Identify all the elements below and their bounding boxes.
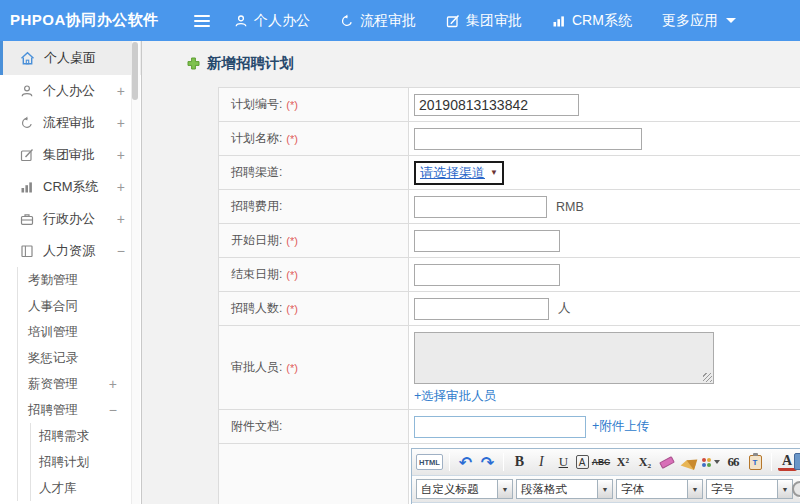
paragraph-format-combo[interactable]: 段落格式 ▼ (516, 479, 613, 499)
bold-button[interactable]: B (510, 452, 529, 472)
top-menu-more-apps[interactable]: 更多应用 (662, 12, 736, 30)
clipped-toolbar-icon[interactable] (792, 481, 800, 497)
sidebar-item-label: 流程审批 (43, 114, 95, 132)
paste-clipboard-icon[interactable]: T (746, 452, 765, 472)
eraser-icon[interactable] (658, 452, 677, 472)
sidebar-item-group-approval[interactable]: 集团审批 + (0, 139, 141, 171)
hamburger-menu-icon[interactable] (194, 12, 210, 30)
sidebar-item-salary[interactable]: 薪资管理 + (18, 371, 141, 397)
sidebar-item-workflow-approval[interactable]: 流程审批 + (0, 107, 141, 139)
font-size-combo[interactable]: 字号 ▼ (706, 479, 793, 499)
sidebar-item-label: 人才库 (39, 480, 77, 497)
required-mark: (*) (286, 303, 298, 315)
form-row-plan-number: 计划编号:(*) (219, 88, 800, 122)
sidebar-item-hr-contract[interactable]: 人事合同 (18, 293, 141, 319)
top-menu-workflow-approval[interactable]: 流程审批 (340, 12, 416, 30)
expand-plus-icon[interactable]: + (117, 179, 125, 195)
sidebar-item-admin-office[interactable]: 行政办公 + (0, 203, 141, 235)
end-date-input[interactable] (414, 264, 560, 286)
channel-select-value: 请选择渠道 (420, 164, 485, 182)
scrollbar-thumb[interactable] (132, 42, 138, 100)
caret-down-icon[interactable]: ▼ (688, 479, 703, 499)
sidebar-item-attendance[interactable]: 考勤管理 (18, 267, 141, 293)
sidebar-item-recruit-demand[interactable]: 招聘需求 (31, 423, 141, 449)
combo-value: 字体 (616, 479, 688, 499)
field-label: 招聘人数: (231, 300, 282, 317)
add-plus-icon (187, 57, 200, 70)
strikethrough-button[interactable]: ABC (592, 452, 611, 472)
sidebar-item-personal-office[interactable]: 个人办公 + (0, 75, 141, 107)
unit-suffix: 人 (558, 300, 571, 317)
channel-select[interactable]: 请选择渠道 ▼ (414, 161, 504, 185)
sidebar-item-recruit-plan[interactable]: 招聘计划 (31, 449, 141, 475)
caret-down-icon[interactable]: ▼ (498, 479, 513, 499)
field-label: 结束日期: (231, 266, 282, 283)
sidebar-scrollbar[interactable] (131, 41, 140, 504)
html-source-button[interactable]: HTML (416, 454, 443, 470)
expand-plus-icon[interactable]: + (109, 376, 117, 392)
caret-down-icon (726, 18, 736, 23)
font-family-combo[interactable]: 字体 ▼ (616, 479, 703, 499)
italic-button[interactable]: I (532, 452, 551, 472)
form-row-editor: HTML ↶ ↷ B I U A ABC X² X₂ (219, 444, 800, 504)
redo-icon[interactable]: ↷ (478, 452, 497, 472)
caret-down-icon[interactable]: ▼ (598, 479, 613, 499)
attachment-upload-link[interactable]: +附件上传 (592, 419, 649, 433)
cost-input[interactable] (414, 196, 547, 218)
color-palette-icon[interactable] (702, 452, 721, 472)
top-menu-group-approval[interactable]: 集团审批 (446, 12, 522, 30)
book-icon (20, 244, 34, 258)
toolbar-separator (449, 453, 450, 471)
sidebar-item-label: CRM系统 (43, 178, 99, 196)
sidebar-item-training[interactable]: 培训管理 (18, 319, 141, 345)
expand-plus-icon[interactable]: + (117, 83, 125, 99)
underline-button[interactable]: U (554, 452, 573, 472)
sidebar-item-label: 考勤管理 (28, 272, 78, 289)
resize-handle[interactable] (703, 373, 712, 382)
home-icon (20, 51, 35, 66)
custom-title-combo[interactable]: 自定义标题 ▼ (416, 479, 513, 499)
sidebar-item-recruit-mgmt[interactable]: 招聘管理 − (18, 397, 141, 423)
sidebar-item-talent-pool[interactable]: 人才库 (31, 475, 141, 501)
approvers-textarea[interactable] (414, 332, 714, 384)
flow-icon (340, 14, 354, 28)
collapse-minus-icon[interactable]: − (117, 243, 125, 259)
undo-icon[interactable]: ↶ (456, 452, 475, 472)
sidebar-item-crm[interactable]: CRM系统 + (0, 171, 141, 203)
caret-down-icon (714, 460, 720, 464)
page-title: 新增招聘计划 (187, 54, 800, 73)
start-date-input[interactable] (414, 230, 560, 252)
top-menu-label: 流程审批 (360, 12, 416, 30)
form-row-plan-name: 计划名称:(*) (219, 122, 800, 156)
subscript-button[interactable]: X₂ (636, 452, 655, 472)
headcount-input[interactable] (414, 298, 549, 320)
form-row-end-date: 结束日期:(*) (219, 258, 800, 292)
sidebar-item-hr[interactable]: 人力资源 − (0, 235, 141, 267)
top-menu-crm[interactable]: CRM系统 (552, 12, 632, 30)
superscript-button[interactable]: X² (614, 452, 633, 472)
expand-plus-icon[interactable]: + (117, 147, 125, 163)
expand-plus-icon[interactable]: + (117, 115, 125, 131)
sidebar-item-label: 奖惩记录 (28, 350, 78, 367)
format-brush-icon[interactable] (680, 452, 699, 472)
top-menu-personal-office[interactable]: 个人办公 (234, 12, 310, 30)
top-menu-label: CRM系统 (572, 12, 632, 30)
rich-text-editor: HTML ↶ ↷ B I U A ABC X² X₂ (411, 448, 800, 504)
select-approvers-link[interactable]: +选择审批人员 (414, 388, 496, 405)
field-label: 审批人员: (231, 359, 282, 376)
sidebar-item-desktop[interactable]: 个人桌面 (0, 41, 141, 75)
sidebar-item-rewards[interactable]: 奖惩记录 (18, 345, 141, 371)
field-label: 附件文档: (231, 418, 282, 435)
top-navbar: PHPOA协同办公软件 个人办公 流程审批 集团审批 (0, 0, 800, 41)
expand-plus-icon[interactable]: + (117, 211, 125, 227)
font-style-button[interactable]: A (576, 455, 589, 469)
blockquote-button[interactable]: 66 (724, 452, 743, 472)
clipped-toolbar-icon[interactable] (794, 453, 800, 470)
plan-number-input[interactable] (414, 94, 579, 116)
sidebar-item-label: 人事合同 (28, 298, 78, 315)
attachment-input[interactable] (414, 416, 586, 438)
caret-down-icon[interactable]: ▼ (778, 479, 793, 499)
plan-name-input[interactable] (414, 128, 642, 150)
collapse-minus-icon[interactable]: − (109, 402, 117, 418)
flow-icon (20, 116, 34, 130)
